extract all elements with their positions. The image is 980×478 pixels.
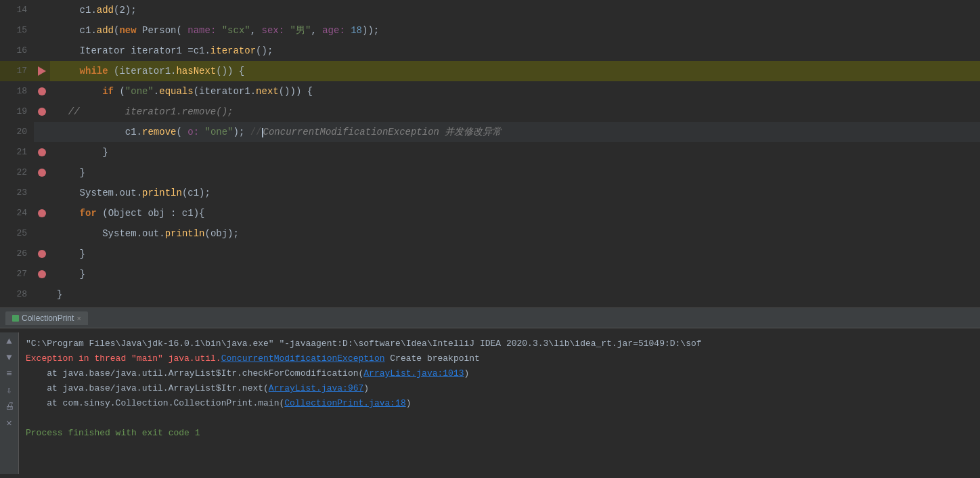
breakpoint-18 — [34, 81, 50, 102]
console-tab-bar: CollectionPrint × — [0, 308, 980, 328]
breakpoint-26 — [34, 244, 50, 264]
line-number-19: 19 — [0, 102, 34, 122]
breakpoint-21 — [34, 142, 50, 162]
collectionprint-link[interactable]: CollectionPrint.java:18 — [284, 398, 405, 408]
code-content-17: while (iterator1.hasNext()) { — [50, 61, 980, 81]
code-line-23: 23 System.out.println(c1); — [0, 183, 980, 203]
breakpoint-dot-26 — [38, 250, 46, 258]
console-area: CollectionPrint × ▲ ▼ ≡ ⇩ 🖨 ✕ "C:\Progra… — [0, 307, 980, 478]
code-line-25: 25 System.out.println(obj); — [0, 223, 980, 244]
breakpoint-dot-19 — [38, 108, 46, 116]
breakpoint-dot-22 — [38, 169, 46, 177]
code-line-14: 14 c1.add(2); — [0, 0, 980, 20]
code-line-17: 17 while (iterator1.hasNext()) { — [0, 61, 980, 81]
console-tab-collection-print[interactable]: CollectionPrint × — [5, 311, 88, 325]
line-number-23: 23 — [0, 183, 34, 203]
code-content-19: // iterator1.remove(); — [50, 102, 980, 122]
print-icon[interactable]: 🖨 — [3, 400, 16, 412]
breakpoint-14 — [34, 0, 50, 20]
code-content-15: c1.add(new Person( name: "scx", sex: "男"… — [50, 20, 980, 41]
code-line-18: 18 if ("one".equals(iterator1.next())) { — [0, 81, 980, 102]
breakpoint-24 — [34, 203, 50, 223]
console-line-stack-3: at com.sinsy.Collection.CollectionPrint.… — [26, 396, 973, 411]
scroll-up-icon[interactable]: ▲ — [3, 335, 16, 347]
code-lines: 14 c1.add(2); 15 c1.add(new Person( name… — [0, 0, 980, 305]
console-line-empty — [26, 411, 973, 426]
code-content-25: System.out.println(obj); — [50, 223, 980, 244]
code-line-16: 16 Iterator iterator1 =c1.iterator(); — [0, 41, 980, 61]
line-number-26: 26 — [0, 244, 34, 264]
breakpoint-25 — [34, 223, 50, 244]
line-number-17: 17 — [0, 61, 34, 81]
code-content-24: for (Object obj : c1){ — [50, 203, 980, 223]
scroll-down-icon[interactable]: ▼ — [3, 351, 16, 364]
clear-icon[interactable]: ✕ — [3, 416, 16, 429]
code-content-26: } — [50, 244, 980, 264]
breakpoint-15 — [34, 20, 50, 41]
code-content-18: if ("one".equals(iterator1.next())) { — [50, 81, 980, 102]
code-line-21: 21 } — [0, 142, 980, 162]
code-line-24: 24 for (Object obj : c1){ — [0, 203, 980, 223]
breakpoint-19 — [34, 102, 50, 122]
console-sidebar: ▲ ▼ ≡ ⇩ 🖨 ✕ — [0, 332, 19, 474]
code-content-22: } — [50, 162, 980, 183]
code-content-28: } — [50, 284, 980, 305]
line-number-16: 16 — [0, 41, 34, 61]
arraylist-link-1013[interactable]: ArrayList.java:1013 — [363, 368, 464, 378]
code-content-16: Iterator iterator1 =c1.iterator(); — [50, 41, 980, 61]
console-tab-icon — [12, 315, 19, 322]
code-line-27: 27 } — [0, 264, 980, 284]
console-text: "C:\Program Files\Java\jdk-16.0.1\bin\ja… — [19, 332, 980, 474]
breakpoint-dot-18 — [38, 87, 46, 95]
console-line-error: Exception in thread "main" java.util.Con… — [26, 351, 973, 366]
code-line-22: 22 } — [0, 162, 980, 183]
breakpoint-dot-24 — [38, 209, 46, 217]
line-number-21: 21 — [0, 142, 34, 162]
code-line-26: 26 } — [0, 244, 980, 264]
line-number-20: 20 — [0, 122, 34, 142]
code-content-21: } — [50, 142, 980, 162]
console-content: ▲ ▼ ≡ ⇩ 🖨 ✕ "C:\Program Files\Java\jdk-1… — [0, 328, 980, 478]
line-number-15: 15 — [0, 20, 34, 41]
filter-icon[interactable]: ≡ — [3, 368, 16, 380]
console-line-stack-1: at java.base/java.util.ArrayList$Itr.che… — [26, 366, 973, 381]
breakpoint-arrow-17 — [38, 66, 46, 76]
download-icon[interactable]: ⇩ — [3, 384, 16, 396]
breakpoint-17 — [34, 61, 50, 81]
line-number-24: 24 — [0, 203, 34, 223]
code-line-28: 28 } — [0, 284, 980, 305]
breakpoint-dot-21 — [38, 148, 46, 156]
console-line-cmd: "C:\Program Files\Java\jdk-16.0.1\bin\ja… — [26, 336, 973, 351]
code-line-15: 15 c1.add(new Person( name: "scx", sex: … — [0, 20, 980, 41]
line-number-14: 14 — [0, 0, 34, 20]
exception-link[interactable]: ConcurrentModificationException — [221, 353, 385, 364]
line-number-18: 18 — [0, 81, 34, 102]
breakpoint-16 — [34, 41, 50, 61]
breakpoint-23 — [34, 183, 50, 203]
breakpoint-22 — [34, 162, 50, 183]
breakpoint-28 — [34, 284, 50, 305]
breakpoint-27 — [34, 264, 50, 284]
line-number-25: 25 — [0, 223, 34, 244]
console-tab-close[interactable]: × — [76, 314, 81, 322]
breakpoint-dot-27 — [38, 270, 46, 278]
arraylist-link-967[interactable]: ArrayList.java:967 — [269, 383, 363, 393]
line-number-28: 28 — [0, 284, 34, 305]
code-content-27: } — [50, 264, 980, 284]
console-line-stack-2: at java.base/java.util.ArrayList$Itr.nex… — [26, 381, 973, 396]
console-tab-label: CollectionPrint — [22, 313, 74, 323]
code-content-20: c1.remove( o: "one"); //ConcurrentModifi… — [50, 122, 980, 142]
code-content-14: c1.add(2); — [50, 0, 980, 20]
code-line-19: 19 // iterator1.remove(); — [0, 102, 980, 122]
code-editor: 14 c1.add(2); 15 c1.add(new Person( name… — [0, 0, 980, 307]
line-number-22: 22 — [0, 162, 34, 183]
breakpoint-20 — [34, 122, 50, 142]
code-content-23: System.out.println(c1); — [50, 183, 980, 203]
console-line-success: Process finished with exit code 1 — [26, 426, 973, 441]
line-number-27: 27 — [0, 264, 34, 284]
code-line-20: 20 c1.remove( o: "one"); //ConcurrentMod… — [0, 122, 980, 142]
